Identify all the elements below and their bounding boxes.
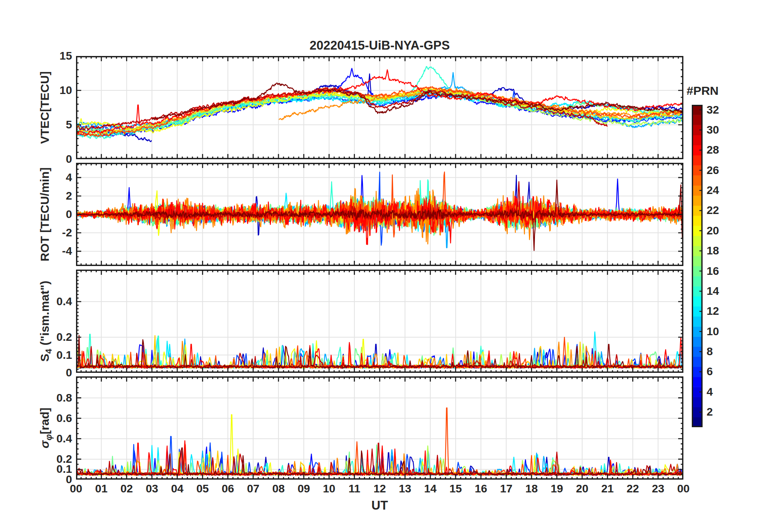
sigma-ylabel-text: σ [38,440,51,448]
x-tick-label: 23 [645,482,671,495]
colorbar-tick-label: 20 [707,224,739,237]
s4-plot-canvas [76,270,683,373]
colorbar-tick-label: 8 [707,345,739,358]
colorbar-tick-label: 24 [707,184,739,197]
rot-y-axis-label: ROT [TECU/min] [38,168,52,262]
x-tick-label: 09 [291,482,316,495]
rot-ylabel-text: ROT [TECU/min] [38,168,51,262]
x-tick-label: 14 [418,482,443,495]
vtec-y-axis-label: VTEC[TECU] [38,71,52,144]
sigma-ylabel-text: [rad] [38,408,51,434]
sigma-y-tick-label: 0.2 [35,453,72,466]
colorbar-tick-label: 30 [707,124,739,136]
x-tick-label: 13 [392,482,418,495]
x-tick-label: 16 [468,482,494,495]
x-tick-label: 02 [114,482,140,495]
colorbar-tick-label: 4 [707,386,739,398]
x-tick-label: 00 [63,482,89,495]
x-tick-label: 11 [342,482,367,495]
vtec-y-tick-label: 0 [35,153,72,166]
colorbar-tick-label: 18 [707,244,739,257]
colorbar-tick-label: 14 [707,285,739,298]
x-tick-label: 07 [240,482,266,495]
x-tick-label: 20 [569,482,595,495]
x-axis-label: UT [76,498,683,513]
colorbar-tick-label: 32 [707,104,739,116]
x-tick-label: 01 [88,482,114,495]
vtec-y-tick-label: 15 [35,50,72,62]
colorbar-tick-label: 10 [707,325,739,338]
x-tick-label: 22 [620,482,646,495]
sigma-y-axis-label: σφ[rad] [38,408,52,448]
x-tick-label: 08 [266,482,291,495]
x-tick-label: 04 [164,482,190,495]
colorbar-title: #PRN [687,84,719,98]
colorbar-tick-label: 2 [707,406,739,418]
colorbar-tick-label: 28 [707,144,739,156]
x-tick-label: 18 [519,482,545,495]
x-tick-label: 17 [493,482,519,495]
colorbar-tick-label: 22 [707,204,739,217]
x-tick-label: 05 [190,482,215,495]
x-tick-label: 10 [316,482,342,495]
sigma-plot-canvas [76,376,683,480]
x-tick-label: 21 [595,482,620,495]
colorbar [692,105,703,427]
x-tick-label: 06 [215,482,241,495]
sigma-y-tick-label: 0.8 [35,392,72,404]
s4-y-axis-label: S4 ("ism.mat") [38,281,52,362]
s4-y-tick-label: 0 [35,366,72,379]
x-tick-label: 12 [367,482,393,495]
plot-title: 20220415-UiB-NYA-GPS [76,38,683,53]
x-tick-label: 00 [671,482,696,495]
rot-plot-canvas [76,163,683,266]
s4-ylabel-text: ("ism.mat") [38,281,51,349]
x-tick-label: 19 [544,482,570,495]
colorbar-tick-label: 26 [707,164,739,177]
figure: 20220415-UiB-NYA-GPS 051015VTEC[TECU]-4-… [0,0,761,532]
vtec-plot-canvas [76,56,683,159]
s4-ylabel-text: 4 [44,349,54,354]
x-tick-label: 15 [443,482,469,495]
vtec-ylabel-text: VTEC[TECU] [38,71,51,144]
sigma-ylabel-text: φ [44,434,54,440]
colorbar-tick-label: 6 [707,365,739,378]
colorbar-tick-label: 12 [707,305,739,318]
s4-ylabel-text: S [38,354,51,362]
x-tick-label: 03 [139,482,165,495]
colorbar-tick-label: 16 [707,265,739,278]
